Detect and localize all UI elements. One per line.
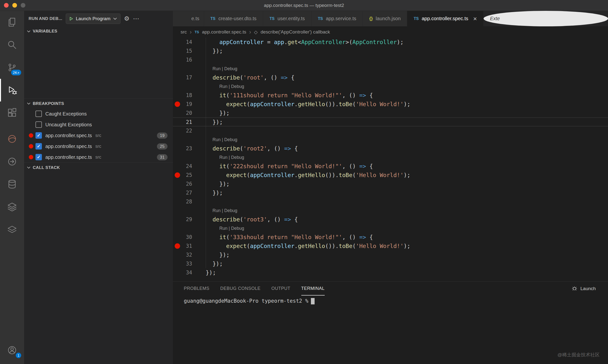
gutter[interactable]: [173, 126, 182, 135]
breakpoint-item[interactable]: Uncaught Exceptions: [24, 119, 173, 130]
activity-item-accounts[interactable]: 1: [0, 339, 24, 362]
activity-item-extensions[interactable]: [0, 101, 24, 124]
codelens-row[interactable]: Run | Debug: [173, 64, 608, 73]
codelens-row[interactable]: Run | Debug: [173, 206, 608, 215]
tab-launch.json[interactable]: {}launch.json: [363, 11, 407, 26]
terminal[interactable]: guang@guangdeMacBook-Pro typeorm-test2 %: [173, 296, 608, 304]
close-window-button[interactable]: [4, 3, 9, 8]
breadcrumb-item[interactable]: describe('AppController') callback: [261, 29, 330, 35]
gutter[interactable]: [173, 180, 182, 188]
gutter[interactable]: [173, 171, 182, 180]
tab-user.entity.ts[interactable]: TSuser.entity.ts: [263, 11, 311, 26]
breakpoint-checkbox[interactable]: [35, 111, 42, 117]
code-line[interactable]: 23 describe('root2', () => {: [173, 144, 608, 153]
gutter[interactable]: [173, 118, 182, 126]
codelens-row[interactable]: Run | Debug: [173, 82, 608, 91]
breakpoint-item[interactable]: ✓app.controller.spec.tssrc25: [24, 141, 173, 152]
gutter[interactable]: [173, 250, 182, 259]
terminal-launch-indicator[interactable]: Launch: [571, 282, 608, 296]
gutter[interactable]: [173, 100, 182, 109]
gutter[interactable]: [173, 259, 182, 268]
code-line[interactable]: 26 });: [173, 180, 608, 188]
gutter[interactable]: [173, 135, 182, 144]
gutter[interactable]: [173, 242, 182, 250]
activity-item-source-control[interactable]: 2K+: [0, 56, 24, 79]
code-line[interactable]: 17 describe('root', () => {: [173, 73, 608, 82]
gutter[interactable]: [173, 55, 182, 64]
code-line[interactable]: 30 it('333should return "Hello World!"',…: [173, 233, 608, 242]
gutter[interactable]: [173, 153, 182, 162]
activity-item-remote-explorer[interactable]: [0, 150, 24, 173]
breakpoint-checkbox[interactable]: ✓: [35, 143, 42, 149]
code-line[interactable]: 14 appController = app.get<AppController…: [173, 38, 608, 47]
breadcrumb-item[interactable]: src: [181, 29, 187, 35]
codelens-link[interactable]: Run | Debug: [192, 135, 237, 144]
code-line[interactable]: 25 expect(appController.getHello()).toBe…: [173, 171, 608, 180]
breakpoint-checkbox[interactable]: ✓: [35, 154, 42, 160]
panel-tab-terminal[interactable]: TERMINAL: [301, 282, 325, 296]
breakpoint-item[interactable]: Caught Exceptions: [24, 108, 173, 119]
breadcrumb-item[interactable]: app.controller.spec.ts: [202, 29, 246, 35]
activity-item-run-debug[interactable]: [0, 79, 24, 101]
launch-config-dropdown[interactable]: Launch Program: [66, 14, 120, 24]
codelens-link[interactable]: Run | Debug: [192, 64, 237, 73]
activity-item-database[interactable]: [0, 173, 24, 196]
tab-app.controller.spec.ts[interactable]: TSapp.controller.spec.ts×: [407, 11, 484, 26]
gutter[interactable]: [173, 109, 182, 117]
gutter[interactable]: [173, 224, 182, 233]
code-line[interactable]: 16: [173, 55, 608, 64]
panel-tab-output[interactable]: OUTPUT: [271, 282, 290, 296]
gutter[interactable]: [173, 82, 182, 91]
gutter[interactable]: [173, 233, 182, 242]
variables-section-header[interactable]: VARIABLES: [24, 26, 173, 36]
code-line[interactable]: 29 describe('root3', () => {: [173, 215, 608, 224]
gutter[interactable]: [173, 188, 182, 197]
codelens-link[interactable]: Run | Debug: [192, 153, 244, 162]
code-line[interactable]: 33 });: [173, 259, 608, 268]
codelens-link[interactable]: Run | Debug: [192, 224, 244, 233]
activity-item-edge-tools[interactable]: [0, 128, 24, 150]
code-line[interactable]: 27 });: [173, 188, 608, 197]
activity-item-layers-1[interactable]: [0, 196, 24, 218]
gutter[interactable]: [173, 197, 182, 206]
gutter[interactable]: [173, 38, 182, 47]
gutter[interactable]: [173, 268, 182, 277]
activity-item-search[interactable]: [0, 33, 24, 56]
breakpoints-section-header[interactable]: BREAKPOINTS: [24, 99, 173, 108]
gutter[interactable]: [173, 215, 182, 224]
codelens-row[interactable]: Run | Debug: [173, 135, 608, 144]
breakpoint-item[interactable]: ✓app.controller.spec.tssrc19: [24, 130, 173, 141]
activity-item-layers-2[interactable]: [0, 218, 24, 241]
code-line[interactable]: 22: [173, 126, 608, 135]
gear-icon[interactable]: ⚙: [124, 16, 129, 22]
panel-tab-problems[interactable]: PROBLEMS: [184, 282, 209, 296]
code-line[interactable]: 24 it('222should return "Hello World!"',…: [173, 162, 608, 171]
tab-app.service.ts[interactable]: TSapp.service.ts: [311, 11, 363, 26]
editor[interactable]: 14 appController = app.get<AppController…: [173, 38, 608, 281]
code-line[interactable]: 18 it('111should return "Hello World!"',…: [173, 91, 608, 100]
minimize-window-button[interactable]: [12, 3, 17, 8]
codelens-row[interactable]: Run | Debug: [173, 153, 608, 162]
tab-e.ts[interactable]: e.ts: [173, 11, 204, 26]
activity-item-explorer[interactable]: [0, 11, 24, 33]
code-line[interactable]: 21 });: [173, 117, 608, 126]
code-line[interactable]: 15 });: [173, 47, 608, 55]
breakpoint-item[interactable]: ✓app.controller.spec.tssrc31: [24, 152, 173, 163]
gutter[interactable]: [173, 162, 182, 171]
close-icon[interactable]: ×: [473, 16, 477, 22]
gutter[interactable]: [173, 144, 182, 153]
zoom-window-button[interactable]: [21, 3, 25, 8]
code-line[interactable]: 20 });: [173, 109, 608, 117]
codelens-row[interactable]: Run | Debug: [173, 224, 608, 233]
breakpoint-checkbox[interactable]: [35, 121, 42, 128]
tab-create-user.dto.ts[interactable]: TScreate-user.dto.ts: [204, 11, 263, 26]
code-line[interactable]: 34});: [173, 268, 608, 277]
code-line[interactable]: 31 expect(appController.getHello()).toBe…: [173, 242, 608, 250]
gutter[interactable]: [173, 91, 182, 100]
code-line[interactable]: 32 });: [173, 250, 608, 259]
code-line[interactable]: 19 expect(appController.getHello()).toBe…: [173, 100, 608, 109]
codelens-link[interactable]: Run | Debug: [192, 82, 244, 91]
gutter[interactable]: [173, 47, 182, 55]
gutter[interactable]: [173, 64, 182, 73]
more-actions-icon[interactable]: ⋯: [133, 16, 139, 22]
